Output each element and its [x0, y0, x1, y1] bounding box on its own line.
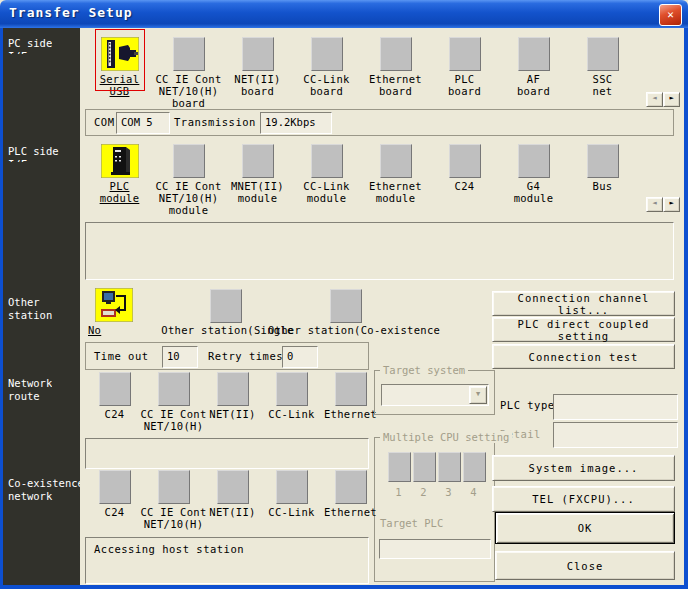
pc-item-af-board[interactable]: AF board — [499, 31, 568, 109]
multiple-cpu-title: Multiple CPU setting — [380, 431, 512, 443]
plc-item-c24[interactable]: C24 — [430, 138, 499, 216]
board-button-icon — [518, 37, 550, 71]
pc-item-label: CC-Link board — [303, 73, 349, 97]
window-border-bottom — [0, 585, 688, 589]
route-button-icon — [276, 372, 308, 406]
plc-item-label: G4 module — [514, 180, 554, 204]
coexistence-c24[interactable]: C24 — [85, 470, 144, 530]
other-station-no[interactable] — [95, 288, 133, 324]
coexistence-label: Ethernet — [324, 506, 377, 518]
pc-item-net2-board[interactable]: NET(II) board — [223, 31, 292, 109]
coexistence-net2[interactable]: NET(II) — [203, 470, 262, 530]
board-button-icon — [311, 37, 343, 71]
cpu-slot-2-button — [413, 452, 436, 482]
network-route-label: CC IE Cont NET/10(H) — [140, 408, 206, 432]
plc-row-scroll-left-icon: ◄ — [646, 197, 663, 212]
cpu-slot-4-button — [463, 452, 486, 482]
network-route-ethernet[interactable]: Ethernet — [321, 372, 380, 432]
coexistence-button-icon — [335, 470, 367, 504]
module-button-icon — [242, 144, 274, 178]
title-bar[interactable]: Transfer Setup ✕ — [0, 0, 688, 28]
tel-fxcpu-button[interactable]: TEL (FXCPU)... — [492, 486, 675, 512]
plc-item-label: C24 — [455, 180, 475, 192]
ok-button[interactable]: OK — [495, 512, 675, 544]
plc-item-label: CC-Link module — [303, 180, 349, 204]
sidebar-item-pc-side: PC side I/F — [8, 37, 52, 54]
category-sidebar: PC side I/F PLC side I/F Other station N… — [3, 28, 80, 585]
window-border-right — [684, 28, 688, 586]
other-station-single-button[interactable] — [210, 289, 242, 323]
network-route-ccie[interactable]: CC IE Cont NET/10(H) — [144, 372, 203, 432]
module-button-icon — [173, 144, 205, 178]
window-title: Transfer Setup — [9, 5, 133, 20]
pc-item-plc-board[interactable]: PLC board — [430, 31, 499, 109]
plc-item-g4-module[interactable]: G4 module — [499, 138, 568, 216]
pc-side-row: Serial USB CC IE Cont NET/10(H) board NE… — [85, 31, 637, 109]
board-button-icon — [173, 37, 205, 71]
coexistence-label: CC IE Cont NET/10(H) — [140, 506, 206, 530]
network-route-cclink[interactable]: CC-Link — [262, 372, 321, 432]
com-settings-group: COM COM 5 Transmission 19.2Kbps — [85, 109, 674, 136]
plc-item-label: Ethernet module — [369, 180, 422, 204]
plc-item-plc-module[interactable]: PLC module — [85, 138, 154, 216]
transmission-speed-field[interactable]: 19.2Kbps — [260, 112, 332, 134]
plc-row-scroll-right-icon[interactable]: ► — [663, 197, 680, 212]
plc-item-ethernet-module[interactable]: Ethernet module — [361, 138, 430, 216]
retry-times-label: Retry times — [208, 349, 283, 363]
cpu-slot-1-button — [388, 452, 411, 482]
sidebar-item-network-route: Network route — [8, 377, 52, 403]
status-text: Accessing host station — [94, 543, 244, 555]
cpu-slot-1-label: 1 — [388, 486, 409, 498]
coexistence-label: CC-Link — [268, 506, 314, 518]
board-button-icon — [449, 37, 481, 71]
pc-row-scroll-right-icon[interactable]: ► — [663, 92, 680, 107]
plc-item-label: Bus — [593, 180, 613, 192]
plc-side-row: PLC module CC IE Cont NET/10(H) module M… — [85, 138, 637, 216]
connection-test-button[interactable]: Connection test — [492, 344, 675, 369]
network-route-label: NET(II) — [209, 408, 255, 420]
target-system-group: Target system ▼ — [374, 370, 495, 415]
pc-item-cclink-board[interactable]: CC-Link board — [292, 31, 361, 109]
cpu-slot-3-label: 3 — [438, 486, 459, 498]
sidebar-item-coexistence-network: Co-existence network — [8, 477, 80, 503]
plc-item-cclink-module[interactable]: CC-Link module — [292, 138, 361, 216]
pc-item-ethernet-board[interactable]: Ethernet board — [361, 31, 430, 109]
close-icon[interactable]: ✕ — [659, 4, 682, 26]
com-port-field[interactable]: COM 5 — [116, 112, 170, 134]
dropdown-arrow-icon: ▼ — [469, 386, 487, 404]
module-button-icon — [311, 144, 343, 178]
serial-usb-icon — [101, 37, 139, 71]
plc-item-label: PLC module — [100, 180, 140, 204]
other-station-coexistence-button[interactable] — [330, 289, 362, 323]
plc-direct-coupled-setting-button[interactable]: PLC direct coupled setting — [492, 317, 675, 342]
coexistence-button-icon — [217, 470, 249, 504]
status-panel: Accessing host station — [85, 537, 369, 584]
pc-item-ccie-board[interactable]: CC IE Cont NET/10(H) board — [154, 31, 223, 109]
no-other-station-icon — [95, 288, 133, 322]
route-button-icon — [158, 372, 190, 406]
coexistence-network-row: C24 CC IE Cont NET/10(H) NET(II) CC-Link… — [85, 470, 380, 530]
plc-item-ccie-module[interactable]: CC IE Cont NET/10(H) module — [154, 138, 223, 216]
plc-item-mnet2-module[interactable]: MNET(II) module — [223, 138, 292, 216]
coexistence-cclink[interactable]: CC-Link — [262, 470, 321, 530]
target-plc-label: Target PLC — [380, 517, 443, 529]
retry-times-field[interactable]: 0 — [282, 346, 318, 368]
cpu-slot-2-label: 2 — [413, 486, 434, 498]
network-route-c24[interactable]: C24 — [85, 372, 144, 432]
coexistence-ethernet[interactable]: Ethernet — [321, 470, 380, 530]
plc-type-field — [553, 394, 678, 420]
time-out-field[interactable]: 10 — [162, 346, 198, 368]
plc-item-bus[interactable]: Bus — [568, 138, 637, 216]
connection-channel-list-button[interactable]: Connection channel list... — [492, 291, 675, 316]
pc-item-label: Ethernet board — [369, 73, 422, 97]
plc-item-label: MNET(II) module — [231, 180, 284, 204]
pc-item-label: CC IE Cont NET/10(H) board — [155, 73, 221, 109]
close-button[interactable]: Close — [495, 551, 675, 580]
board-button-icon — [242, 37, 274, 71]
cpu-slot-3-button — [438, 452, 461, 482]
pc-item-serial-usb[interactable]: Serial USB — [85, 31, 154, 109]
network-route-net2[interactable]: NET(II) — [203, 372, 262, 432]
coexistence-ccie[interactable]: CC IE Cont NET/10(H) — [144, 470, 203, 530]
system-image-button[interactable]: System image... — [492, 455, 675, 481]
pc-item-ssc-net[interactable]: SSC net — [568, 31, 637, 109]
